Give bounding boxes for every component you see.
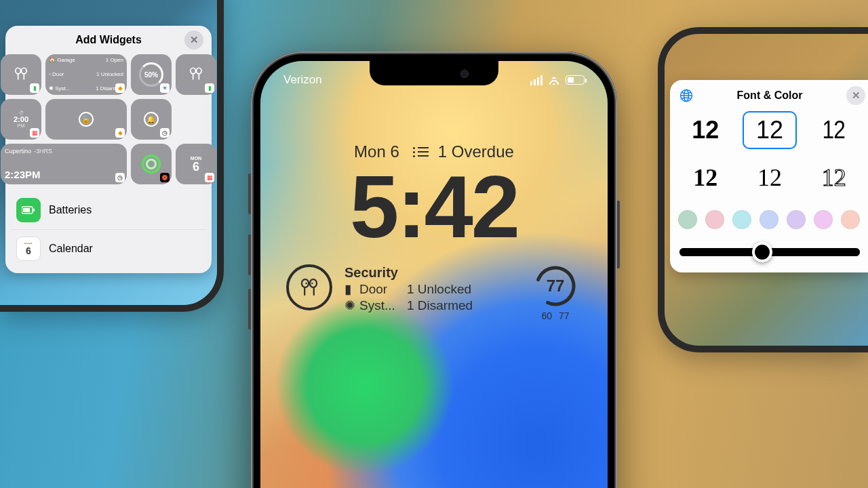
batteries-icon [16, 198, 41, 222]
calendar-app-icon: ▦ [30, 128, 39, 138]
color-swatch[interactable] [678, 210, 697, 229]
color-swatch[interactable] [732, 210, 751, 229]
weather-low: 60 [541, 310, 552, 321]
svg-rect-10 [23, 208, 30, 212]
alarm-icon: ✺ [344, 298, 354, 314]
weather-high: 77 [559, 310, 570, 321]
weather-app-icon: ☀ [160, 83, 170, 93]
svg-point-4 [191, 68, 196, 74]
widget-home-security[interactable]: 🏠 Garage1 Open ▫ Door1 Unlocked ✺ Syst..… [45, 54, 127, 95]
widget-airpods-alt[interactable]: ▮ [176, 54, 216, 95]
weather-widget[interactable]: 77 60 77 [529, 264, 582, 321]
add-widgets-panel: Add Widgets ✕ ▮ 🏠 Garage1 Open ▫ Door1 U… [5, 26, 212, 273]
add-widgets-header: Add Widgets ✕ [11, 34, 206, 46]
widget-suggestions-grid: ▮ 🏠 Garage1 Open ▫ Door1 Unlocked ✺ Syst… [11, 54, 206, 184]
fitness-app-icon [160, 173, 170, 182]
widget-next-alarm[interactable]: ⏱ 2:00 PM ▦ [1, 99, 41, 140]
svg-point-13 [305, 283, 307, 285]
widget-precipitation[interactable]: 50% ☀ [131, 54, 172, 95]
lock-screen-time[interactable]: 5:42 [260, 163, 608, 251]
font-option-5[interactable]: 12 [743, 159, 797, 197]
door-icon: ▮ [344, 281, 354, 298]
widget-alarm[interactable]: 🔔 ◷ [131, 99, 172, 140]
widget-calendar-date[interactable]: MON 6 ▦ [176, 144, 216, 184]
clock-app-icon: ◷ [115, 173, 125, 182]
font-style-grid: 12 12 12 12 12 12 [675, 111, 864, 206]
airpods-widget[interactable] [286, 264, 332, 310]
left-phone-frame: Add Widgets ✕ ▮ 🏠 Garage1 Open ▫ Door1 U… [0, 0, 224, 312]
color-swatch[interactable] [841, 210, 860, 229]
svg-point-5 [197, 68, 202, 74]
svg-point-0 [16, 68, 21, 74]
widget-apps-list: Batteries ▪▪▪▪ 6 Calendar [11, 191, 206, 268]
slider-thumb[interactable] [752, 242, 772, 262]
security-widget[interactable]: Security ▮ Door 1 Unlocked ✺ Syst... 1 D… [344, 264, 517, 314]
home-app-icon: ◆ [115, 83, 125, 93]
wifi-icon [548, 75, 560, 85]
font-option-1[interactable]: 12 [678, 111, 733, 149]
batteries-app-icon: ▮ [205, 83, 214, 93]
bell-icon: 🔔 [144, 112, 159, 127]
svg-rect-9 [33, 209, 35, 211]
color-swatch[interactable] [760, 210, 778, 229]
font-option-3[interactable]: 12 [810, 111, 858, 149]
clock-app-icon: ◷ [160, 128, 170, 138]
airpods-icon [298, 276, 321, 299]
activity-rings-icon [142, 155, 161, 174]
security-title: Security [344, 264, 517, 281]
svg-point-17 [534, 264, 577, 308]
color-swatch[interactable] [814, 210, 833, 229]
carrier-label: Verizon [283, 73, 322, 87]
widget-app-batteries[interactable]: Batteries [11, 191, 206, 229]
calendar-app-icon: ▦ [205, 173, 214, 182]
battery-icon [566, 75, 585, 85]
svg-point-12 [310, 279, 317, 287]
widget-activity-rings[interactable] [131, 144, 172, 184]
svg-point-11 [302, 279, 309, 287]
font-option-6[interactable]: 12 [806, 159, 861, 197]
cellular-signal-icon [530, 75, 542, 85]
add-widgets-title: Add Widgets [75, 34, 142, 46]
font-panel-title: Font & Color [737, 89, 803, 102]
close-icon[interactable]: ✕ [846, 86, 865, 105]
center-phone-frame: Verizon Mon 6 1 Overdue 5:42 [251, 52, 617, 488]
lock-icon: 🔓 [79, 112, 94, 127]
globe-icon[interactable] [677, 86, 696, 105]
color-swatch[interactable] [705, 210, 724, 229]
font-option-2[interactable]: 12 [743, 111, 797, 149]
widget-world-clock[interactable]: Cupertino -3HRS 2:23PM ◷ [1, 144, 127, 184]
home-app-icon: ◆ [115, 128, 125, 138]
left-phone-screen: Add Widgets ✕ ▮ 🏠 Garage1 Open ▫ Door1 U… [0, 0, 217, 305]
color-swatch[interactable] [787, 210, 806, 229]
svg-point-14 [311, 283, 313, 285]
calendar-icon: MON 6 [191, 156, 201, 173]
lock-screen: Verizon Mon 6 1 Overdue 5:42 [260, 61, 608, 488]
font-option-4[interactable]: 12 [678, 159, 733, 197]
calendar-icon: ▪▪▪▪ 6 [16, 237, 41, 261]
status-bar: Verizon [260, 73, 608, 87]
widget-airpods[interactable]: ▮ [1, 54, 41, 95]
widget-app-label: Calendar [49, 243, 93, 255]
brightness-slider[interactable] [679, 248, 860, 256]
close-icon[interactable]: ✕ [184, 30, 203, 49]
lock-screen-widgets: Security ▮ Door 1 Unlocked ✺ Syst... 1 D… [286, 264, 582, 321]
reminders-icon [413, 147, 429, 157]
color-swatch-row [675, 206, 864, 240]
font-panel-header: Font & Color ✕ [675, 89, 864, 102]
widget-app-label: Batteries [49, 204, 92, 216]
widget-lock[interactable]: 🔓 ◆ [45, 99, 127, 140]
widget-app-calendar[interactable]: ▪▪▪▪ 6 Calendar [11, 229, 206, 268]
svg-point-1 [22, 68, 27, 74]
font-color-panel: Font & Color ✕ 12 12 12 12 12 12 [670, 80, 868, 272]
batteries-app-icon: ▮ [30, 83, 39, 93]
right-phone-frame: Font & Color ✕ 12 12 12 12 12 12 [658, 27, 868, 352]
